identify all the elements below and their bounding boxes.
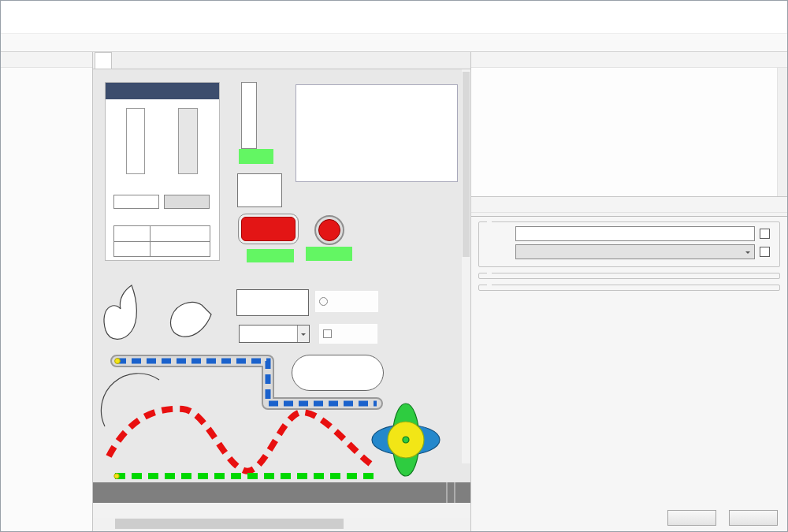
- chevron-down-icon[interactable]: [297, 326, 309, 342]
- led-face: [318, 219, 340, 241]
- t1-upper-value[interactable]: [151, 226, 210, 241]
- checkbox-widget[interactable]: [319, 324, 377, 344]
- t1-set-value[interactable]: [113, 195, 159, 209]
- project-panel: [1, 52, 93, 531]
- basic-group: [478, 221, 780, 267]
- project-tree: [1, 68, 92, 531]
- green-bar-widget-1[interactable]: [247, 249, 294, 262]
- possize-group: [478, 273, 780, 279]
- properties-panel-header: [471, 197, 787, 213]
- trend-chart-widget[interactable]: [296, 84, 458, 182]
- main-area: [1, 52, 787, 531]
- properties-body: [471, 216, 787, 531]
- label-widget[interactable]: [239, 149, 273, 164]
- t1-upper-label: [114, 226, 151, 241]
- arc-shape[interactable]: [101, 374, 159, 426]
- canvas-bottom-bar: [93, 482, 470, 503]
- rotation-group: [478, 285, 780, 291]
- t1-title: [106, 83, 219, 99]
- layer-select[interactable]: [515, 244, 755, 259]
- close-button[interactable]: [759, 1, 787, 18]
- main-toolbar: [1, 33, 787, 52]
- design-canvas[interactable]: [93, 69, 470, 531]
- t1-setpoint-bar: [126, 108, 145, 174]
- maximize-button[interactable]: [730, 1, 759, 18]
- canvas-vertical-scrollbar[interactable]: [462, 69, 470, 463]
- stadium-shape-widget[interactable]: [292, 355, 384, 391]
- scrollbar-thumb[interactable]: [463, 72, 470, 257]
- dialog-buttons: [667, 510, 778, 526]
- t1-current-bar: [178, 108, 198, 174]
- panel-float-button[interactable]: [760, 199, 771, 210]
- sine-curve-shape[interactable]: [109, 409, 372, 471]
- panel-float-button[interactable]: [760, 54, 771, 65]
- chevron-down-icon: [745, 251, 750, 256]
- gauge-tank: [241, 82, 257, 149]
- flower-shape[interactable]: [372, 404, 440, 476]
- table-row: [114, 241, 210, 256]
- t1-lower-label: [114, 242, 151, 256]
- scale-gauge-widget[interactable]: [241, 82, 285, 158]
- panel-close-button[interactable]: [772, 54, 783, 65]
- dashed-line-shape[interactable]: [114, 474, 378, 478]
- edit-box-widget[interactable]: [236, 289, 309, 316]
- table-row: [114, 226, 210, 241]
- panel-close-button[interactable]: [772, 199, 783, 210]
- t1-alarm-table: [113, 225, 210, 257]
- properties-panel: [471, 197, 787, 531]
- window-buttons: [702, 1, 787, 18]
- toolbox-panel: [471, 52, 787, 197]
- t1-current-value: [164, 195, 210, 209]
- canvas-horizontal-scrollbar[interactable]: [93, 518, 470, 530]
- radio-circle-icon: [319, 297, 328, 306]
- led-indicator-widget[interactable]: [314, 215, 344, 245]
- multilang-checkbox[interactable]: [760, 229, 770, 239]
- red-button-face: [241, 217, 296, 241]
- closed-curve-shape-1[interactable]: [104, 285, 136, 339]
- minimize-button[interactable]: [702, 1, 730, 18]
- scrollbar-thumb[interactable]: [115, 519, 344, 529]
- menu-bar: [1, 18, 787, 33]
- rectangle-widget[interactable]: [237, 173, 282, 207]
- panel-close-button[interactable]: [77, 54, 88, 65]
- show-selection-checkbox[interactable]: [760, 247, 770, 257]
- combo-box-widget[interactable]: [239, 325, 310, 343]
- radio-button-widget[interactable]: [315, 291, 378, 312]
- checkbox-square-icon: [323, 329, 332, 338]
- closed-curve-shape-2[interactable]: [171, 302, 211, 337]
- t1-faceplate[interactable]: [105, 82, 220, 261]
- red-button-widget[interactable]: [238, 214, 299, 244]
- right-dock: [470, 52, 787, 531]
- name-field[interactable]: [515, 226, 755, 241]
- project-panel-header: [1, 52, 92, 68]
- document-tab-bar: [93, 52, 470, 69]
- panel-float-button[interactable]: [65, 54, 76, 65]
- editor-column: [93, 52, 470, 531]
- toolbox-grid: [471, 68, 787, 196]
- toolbox-panel-header: [471, 52, 787, 68]
- ok-button[interactable]: [667, 510, 716, 526]
- toolbox-scrollbar[interactable]: [777, 68, 787, 196]
- t1-lower-value[interactable]: [151, 242, 210, 256]
- green-bar-widget-2[interactable]: [306, 247, 352, 261]
- title-bar: [1, 1, 787, 18]
- apply-button[interactable]: [729, 510, 778, 526]
- tab-main[interactable]: [95, 52, 112, 69]
